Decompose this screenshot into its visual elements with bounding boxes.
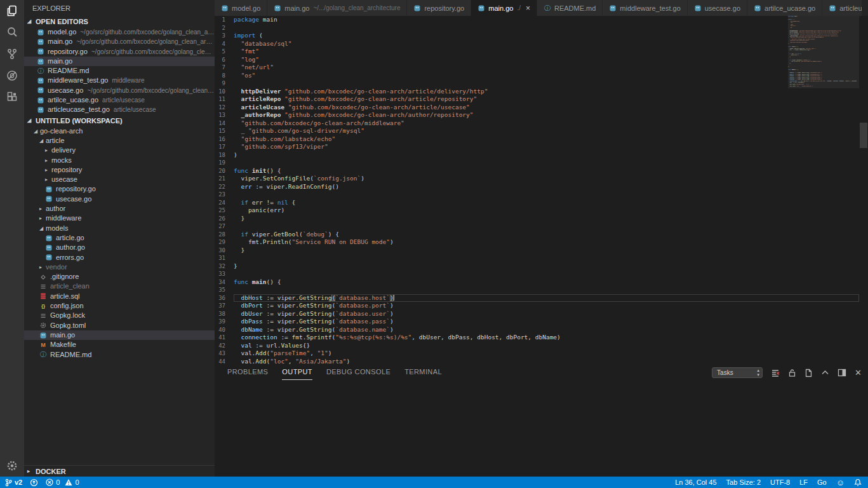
code-line-18[interactable]: 18) <box>215 151 868 159</box>
tab-main.go[interactable]: main.go~/.../golang_clean_architecture <box>267 0 406 16</box>
tab-articleuca[interactable]: articleuca <box>822 0 862 16</box>
code-line-27[interactable]: 27 <box>215 222 868 231</box>
tree-item-vendor[interactable]: ▸vendor <box>24 262 215 272</box>
tab-size-indicator[interactable]: Tab Size: 2 <box>726 478 761 486</box>
cursor-position[interactable]: Ln 36, Col 45 <box>675 478 716 486</box>
open-editor-README.md[interactable]: ⓘREADME.md <box>24 66 215 76</box>
code-line-30[interactable]: 30 } <box>215 247 868 255</box>
sync-indicator[interactable] <box>30 478 38 487</box>
tree-item-article[interactable]: ◢article <box>24 136 215 146</box>
maximize-panel-icon[interactable] <box>821 369 829 377</box>
move-panel-icon[interactable] <box>838 369 846 377</box>
code-line-5[interactable]: 5 "fmt" <box>215 48 868 56</box>
tree-item-article.go[interactable]: article.go <box>24 233 215 243</box>
code-line-22[interactable]: 22 err := viper.ReadInConfig() <box>215 183 868 191</box>
code-line-21[interactable]: 21 viper.SetConfigFile(`config.json`) <box>215 175 868 183</box>
code-line-36[interactable]: 36 dbHost := viper.GetString(`database.h… <box>215 294 868 302</box>
code-line-16[interactable]: 16 "github.com/labstack/echo" <box>215 135 868 144</box>
tree-item-main.go[interactable]: main.go <box>24 330 215 340</box>
output-content[interactable] <box>215 380 868 477</box>
open-editor-main.go[interactable]: main.go <box>24 57 215 66</box>
code-line-7[interactable]: 7 "net/url" <box>215 64 868 72</box>
tree-item-Gopkg.lock[interactable]: Gopkg.lock <box>24 311 215 320</box>
code-line-35[interactable]: 35 <box>215 286 868 294</box>
code-line-29[interactable]: 29 fmt.Println("Service RUN on DEBUG mod… <box>215 238 868 247</box>
tree-item-repository.go[interactable]: repository.go <box>24 184 215 194</box>
code-line-8[interactable]: 8 "os" <box>215 72 868 80</box>
tab-repository.go[interactable]: repository.go <box>407 0 471 16</box>
tab-usecase.go[interactable]: usecase.go <box>688 0 747 16</box>
code-line-39[interactable]: 39 dbPass := viper.GetString(`database.p… <box>215 318 868 326</box>
code-line-26[interactable]: 26 } <box>215 215 868 223</box>
tab-artilce_ucase.go[interactable]: artilce_ucase.go <box>747 0 822 16</box>
code-line-43[interactable]: 43 val.Add("parseTime", "1") <box>215 349 868 358</box>
panel-tab-output[interactable]: OUTPUT <box>282 365 312 380</box>
code-line-28[interactable]: 28 if viper.GetBool(`debug`) { <box>215 231 868 239</box>
code-line-1[interactable]: 1package main <box>215 16 868 24</box>
code-line-40[interactable]: 40 dbName := viper.GetString(`database.n… <box>215 326 868 334</box>
tree-item-go-clean-arch[interactable]: ◢go-clean-arch <box>24 126 215 136</box>
debug-icon[interactable] <box>0 65 24 86</box>
code-line-24[interactable]: 24 if err != nil { <box>215 199 868 207</box>
code-line-31[interactable]: 31 <box>215 254 868 262</box>
tree-item-repository[interactable]: ▸repository <box>24 165 215 175</box>
clear-output-icon[interactable] <box>771 369 780 377</box>
code-line-20[interactable]: 20func init() { <box>215 167 868 175</box>
tab-main.go[interactable]: main.go./× <box>471 0 537 16</box>
scrollbar-thumb[interactable] <box>860 123 867 148</box>
tree-item-usecase.go[interactable]: usecase.go <box>24 194 215 204</box>
workspace-header[interactable]: ◢ UNTITLED (WORKSPACE) <box>24 115 215 126</box>
code-line-33[interactable]: 33 <box>215 270 868 278</box>
source-control-icon[interactable] <box>0 43 24 65</box>
open-editor-main.go[interactable]: main.go~/go/src/github.com/bxcodec/golan… <box>24 37 215 46</box>
open-editor-model.go[interactable]: model.go~/go/src/github.com/bxcodec/gola… <box>24 27 215 37</box>
code-line-25[interactable]: 25 panic(err) <box>215 207 868 215</box>
tab-model.go[interactable]: model.go <box>215 0 267 16</box>
code-line-4[interactable]: 4 "database/sql" <box>215 40 868 48</box>
open-editor-artilce_ucase.go[interactable]: artilce_ucase.goarticle/usecase <box>24 95 215 105</box>
tree-item-article.sql[interactable]: article.sql <box>24 292 215 301</box>
panel-tab-problems[interactable]: PROBLEMS <box>227 365 268 380</box>
code-line-17[interactable]: 17 "github.com/spf13/viper" <box>215 143 868 151</box>
open-editor-usecase.go[interactable]: usecase.go~/go/src/github.com/bxcodec/go… <box>24 86 215 95</box>
tree-item-delivery[interactable]: ▸delivery <box>24 146 215 155</box>
tree-item-README.md[interactable]: ⓘREADME.md <box>24 350 215 360</box>
open-editor-articleucase_test.go[interactable]: articleucase_test.goarticle/usecase <box>24 105 215 114</box>
code-line-42[interactable]: 42 val := url.Values{} <box>215 342 868 350</box>
feedback-smiley-icon[interactable]: ☺ <box>836 478 845 487</box>
settings-gear-icon[interactable] <box>0 460 24 471</box>
code-line-13[interactable]: 13 _authorRepo "github.com/bxcodec/go-cl… <box>215 111 868 119</box>
code-line-10[interactable]: 10 httpDeliver "github.com/bxcodec/go-cl… <box>215 88 868 96</box>
code-line-44[interactable]: 44 val.Add("loc", "Asia/Jakarta") <box>215 358 868 366</box>
code-line-3[interactable]: 3import ( <box>215 32 868 40</box>
tab-README.md[interactable]: ⓘREADME.md <box>537 0 602 16</box>
tree-item-config.json[interactable]: {}config.json <box>24 301 215 311</box>
tab-middleware_test.go[interactable]: middleware_test.go <box>603 0 686 16</box>
tree-item-Makefile[interactable]: MMakefile <box>24 340 215 349</box>
code-line-6[interactable]: 6 "log" <box>215 56 868 64</box>
encoding-indicator[interactable]: UTF-8 <box>770 478 790 486</box>
tree-item-author.go[interactable]: author.go <box>24 243 215 252</box>
tree-item-mocks[interactable]: ▸mocks <box>24 156 215 165</box>
code-line-15[interactable]: 15 _ "github.com/go-sql-driver/mysql" <box>215 127 868 135</box>
tree-item-Gopkg.toml[interactable]: Gopkg.toml <box>24 321 215 330</box>
code-line-32[interactable]: 32} <box>215 262 868 271</box>
output-channel-select[interactable]: Tasks ▲▼ <box>712 367 763 378</box>
search-icon[interactable] <box>0 22 24 43</box>
git-branch-indicator[interactable]: v2 <box>5 478 22 487</box>
notifications-bell-icon[interactable] <box>854 478 862 487</box>
code-line-37[interactable]: 37 dbPort := viper.GetString(`database.p… <box>215 302 868 310</box>
tree-item-usecase[interactable]: ▸usecase <box>24 175 215 184</box>
eol-indicator[interactable]: LF <box>799 478 808 486</box>
code-line-2[interactable]: 2 <box>215 24 868 32</box>
code-line-34[interactable]: 34func main() { <box>215 278 868 287</box>
code-line-14[interactable]: 14 "github.com/bxcodec/go-clean-arch/mid… <box>215 119 868 128</box>
code-line-9[interactable]: 9 <box>215 79 868 88</box>
extensions-icon[interactable] <box>0 86 24 108</box>
tree-item-author[interactable]: ▸author <box>24 204 215 214</box>
problems-indicator[interactable]: 0 0 <box>46 478 79 486</box>
open-editor-repository.go[interactable]: repository.go~/go/src/github.com/bxcodec… <box>24 47 215 57</box>
open-editor-middleware_test.go[interactable]: middleware_test.gomiddleware <box>24 76 215 85</box>
explorer-icon[interactable] <box>0 0 24 22</box>
language-indicator[interactable]: Go <box>817 478 827 486</box>
